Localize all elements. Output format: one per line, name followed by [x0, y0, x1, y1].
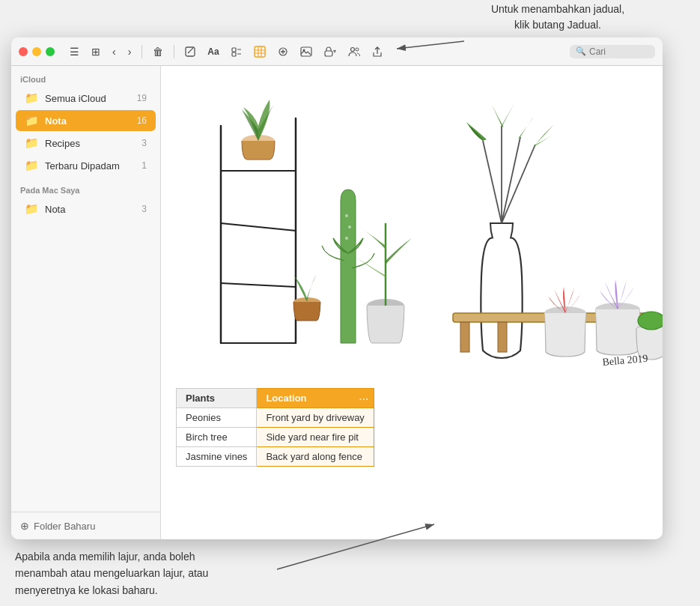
attachment-button[interactable] — [273, 43, 293, 60]
callout-bottom: Apabila anda memilih lajur, anda boleh m… — [15, 548, 277, 599]
search-input[interactable] — [589, 46, 649, 57]
callout-bottom-line3: menyeretnya ke lokasi baharu. — [15, 584, 158, 596]
search-icon: 🔍 — [576, 46, 586, 56]
sidebar-item-count: 16 — [137, 115, 147, 126]
icloud-section-label: iCloud — [11, 66, 160, 87]
svg-rect-18 — [161, 66, 663, 381]
divider-1 — [141, 45, 142, 58]
close-button[interactable] — [19, 47, 28, 56]
new-folder-label: Folder Baharu — [34, 521, 95, 532]
sidebar-item-count: 1 — [141, 160, 147, 171]
svg-rect-1 — [232, 48, 236, 52]
compose-button[interactable] — [180, 43, 200, 60]
table-row: Birch tree Side yard near fire pit — [177, 428, 374, 447]
new-folder-button[interactable]: ⊕ Folder Baharu — [11, 512, 160, 539]
sidebar-item-label: Nota — [45, 115, 131, 127]
svg-rect-13 — [301, 47, 311, 56]
grid-view-button[interactable]: ⊞ — [87, 43, 105, 61]
table-row: Peonies Front yard by driveway — [177, 408, 374, 428]
svg-rect-37 — [460, 322, 469, 352]
divider-2 — [174, 45, 174, 58]
col-plants-header: Plants — [177, 389, 257, 408]
table-area: Plants Location ... Peonies Front yard b… — [161, 381, 663, 474]
svg-point-26 — [345, 214, 348, 217]
svg-rect-5 — [255, 46, 265, 57]
svg-rect-38 — [498, 322, 507, 352]
sidebar-item-label: Terbaru Dipadam — [45, 160, 136, 172]
svg-rect-15 — [325, 51, 332, 56]
table-row: Jasmine vines Back yard along fence — [177, 447, 374, 467]
callout-top-line2: klik butang Jadual. — [514, 19, 601, 31]
table-button[interactable] — [249, 43, 270, 61]
plant-cell: Jasmine vines — [177, 447, 257, 467]
titlebar: ☰ ⊞ ‹ › 🗑 Aa ▾ — [11, 37, 663, 66]
svg-rect-0 — [186, 47, 195, 56]
image-button[interactable] — [296, 43, 317, 60]
svg-point-27 — [348, 225, 351, 228]
folder-icon: 📁 — [25, 91, 39, 105]
svg-point-28 — [345, 237, 348, 240]
delete-button[interactable]: 🗑 — [148, 43, 168, 61]
forward-button[interactable]: › — [124, 43, 136, 61]
svg-point-17 — [356, 48, 359, 51]
sidebar-item-mac-nota[interactable]: 📁 Nota 3 — [16, 199, 156, 219]
folder-icon: 📁 — [25, 202, 39, 216]
column-menu-dots[interactable]: ... — [359, 392, 369, 402]
font-button[interactable]: Aa — [203, 43, 223, 60]
sidebar-item-terbaru[interactable]: 📁 Terbaru Dipadam 1 — [16, 155, 156, 176]
sidebar-item-count: 3 — [141, 138, 147, 148]
location-cell: Side yard near fire pit — [257, 428, 374, 447]
svg-point-44 — [638, 312, 663, 330]
back-button[interactable]: ‹ — [108, 43, 121, 61]
drawing-area: Bella 2019 — [161, 66, 663, 381]
svg-rect-3 — [232, 52, 236, 56]
sidebar-item-all-icloud[interactable]: 📁 Semua iCloud 19 — [16, 88, 156, 109]
svg-point-16 — [350, 47, 354, 51]
sidebar-item-recipes[interactable]: 📁 Recipes 3 — [16, 133, 156, 154]
plant-cell: Birch tree — [177, 428, 257, 447]
col-location-header[interactable]: Location ... — [257, 389, 374, 408]
location-cell: Front yard by driveway — [257, 408, 374, 428]
sidebar-item-label: Semua iCloud — [45, 93, 131, 104]
folder-icon: 📁 — [25, 136, 39, 150]
mac-section-label: Pada Mac Saya — [11, 177, 160, 198]
plant-drawing: Bella 2019 — [161, 66, 663, 381]
search-box[interactable]: 🔍 — [570, 45, 655, 58]
sidebar-item-count: 19 — [137, 93, 147, 103]
traffic-lights — [19, 47, 55, 56]
main-area: iCloud 📁 Semua iCloud 19 📁 Nota 16 📁 Rec… — [11, 66, 663, 539]
callout-bottom-line2: menambah atau mengeluarkan lajur, atau — [15, 567, 208, 579]
sidebar-item-count: 3 — [141, 204, 147, 214]
folder-icon: 📁 — [25, 159, 39, 172]
list-view-button[interactable]: ☰ — [65, 43, 84, 61]
notes-content: Bella 2019 Plants Location ... — [161, 66, 663, 539]
location-cell: Back yard along fence — [257, 447, 374, 467]
share-people-button[interactable] — [344, 43, 365, 60]
checklist-button[interactable] — [227, 43, 246, 60]
maximize-button[interactable] — [46, 47, 55, 56]
sidebar: iCloud 📁 Semua iCloud 19 📁 Nota 16 📁 Rec… — [11, 66, 161, 539]
callout-bottom-line1: Apabila anda memilih lajur, anda boleh — [15, 551, 195, 563]
plant-cell: Peonies — [177, 408, 257, 428]
minimize-button[interactable] — [32, 47, 41, 56]
sidebar-item-nota[interactable]: 📁 Nota 16 — [16, 110, 156, 131]
plants-table: Plants Location ... Peonies Front yard b… — [176, 388, 374, 467]
lock-button[interactable]: ▾ — [320, 43, 341, 60]
sidebar-item-label: Nota — [45, 204, 136, 215]
folder-icon: 📁 — [25, 114, 39, 127]
toolbar: ☰ ⊞ ‹ › 🗑 Aa ▾ — [65, 43, 655, 61]
notes-window: ☰ ⊞ ‹ › 🗑 Aa ▾ — [11, 37, 663, 539]
plus-icon: ⊕ — [20, 520, 29, 532]
callout-top: Untuk menambahkan jadual, klik butang Ja… — [460, 1, 655, 33]
col-location-label: Location — [266, 393, 306, 404]
share-button[interactable] — [368, 43, 387, 60]
sidebar-item-label: Recipes — [45, 138, 136, 149]
callout-top-line1: Untuk menambahkan jadual, — [491, 3, 624, 15]
